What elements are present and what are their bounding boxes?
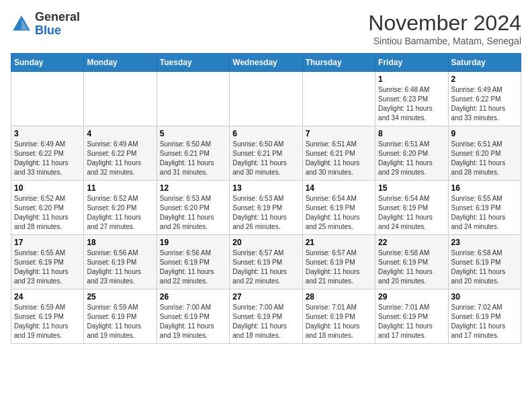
day-info: Sunrise: 6:58 AM Sunset: 6:19 PM Dayligh… — [378, 248, 445, 286]
week-row-2: 3Sunrise: 6:49 AM Sunset: 6:22 PM Daylig… — [11, 126, 521, 181]
day-number: 24 — [14, 292, 81, 302]
day-cell: 4Sunrise: 6:49 AM Sunset: 6:22 PM Daylig… — [84, 126, 157, 181]
day-info: Sunrise: 6:57 AM Sunset: 6:19 PM Dayligh… — [232, 248, 299, 286]
day-cell: 1Sunrise: 6:48 AM Sunset: 6:23 PM Daylig… — [375, 72, 448, 126]
day-cell: 27Sunrise: 7:00 AM Sunset: 6:19 PM Dayli… — [230, 289, 302, 344]
calendar-table: SundayMondayTuesdayWednesdayThursdayFrid… — [11, 53, 521, 344]
day-cell: 13Sunrise: 6:53 AM Sunset: 6:19 PM Dayli… — [230, 181, 302, 235]
day-cell: 19Sunrise: 6:56 AM Sunset: 6:19 PM Dayli… — [157, 235, 229, 289]
day-info: Sunrise: 6:58 AM Sunset: 6:19 PM Dayligh… — [451, 248, 518, 286]
day-info: Sunrise: 6:49 AM Sunset: 6:22 PM Dayligh… — [451, 85, 518, 123]
day-number: 25 — [87, 292, 153, 302]
weekday-header-tuesday: Tuesday — [157, 54, 229, 72]
day-info: Sunrise: 6:54 AM Sunset: 6:19 PM Dayligh… — [306, 194, 372, 232]
day-number: 27 — [232, 292, 299, 302]
day-number: 7 — [306, 129, 372, 138]
weekday-header-row: SundayMondayTuesdayWednesdayThursdayFrid… — [11, 54, 521, 72]
day-info: Sunrise: 6:56 AM Sunset: 6:19 PM Dayligh… — [87, 248, 153, 286]
day-cell: 3Sunrise: 6:49 AM Sunset: 6:22 PM Daylig… — [11, 126, 84, 181]
day-number: 26 — [160, 292, 226, 302]
logo-text: General Blue — [35, 11, 80, 38]
day-cell: 15Sunrise: 6:54 AM Sunset: 6:19 PM Dayli… — [375, 181, 448, 235]
day-info: Sunrise: 6:51 AM Sunset: 6:20 PM Dayligh… — [451, 140, 518, 177]
day-info: Sunrise: 6:56 AM Sunset: 6:19 PM Dayligh… — [160, 248, 226, 286]
day-cell: 20Sunrise: 6:57 AM Sunset: 6:19 PM Dayli… — [230, 235, 302, 289]
day-number: 4 — [87, 129, 153, 138]
day-cell: 28Sunrise: 7:01 AM Sunset: 6:19 PM Dayli… — [302, 289, 375, 344]
day-cell — [157, 72, 229, 126]
day-info: Sunrise: 6:53 AM Sunset: 6:19 PM Dayligh… — [232, 194, 299, 232]
day-cell: 10Sunrise: 6:52 AM Sunset: 6:20 PM Dayli… — [11, 181, 84, 235]
day-cell: 6Sunrise: 6:50 AM Sunset: 6:21 PM Daylig… — [230, 126, 302, 181]
day-info: Sunrise: 6:50 AM Sunset: 6:21 PM Dayligh… — [232, 140, 299, 177]
weekday-header-thursday: Thursday — [302, 54, 375, 72]
day-number: 10 — [14, 183, 81, 193]
day-cell: 25Sunrise: 6:59 AM Sunset: 6:19 PM Dayli… — [84, 289, 157, 344]
day-number: 13 — [232, 183, 299, 193]
day-number: 21 — [306, 238, 372, 247]
day-info: Sunrise: 7:02 AM Sunset: 6:19 PM Dayligh… — [451, 303, 518, 340]
day-number: 20 — [232, 238, 299, 247]
day-info: Sunrise: 7:00 AM Sunset: 6:19 PM Dayligh… — [160, 303, 226, 340]
day-cell: 21Sunrise: 6:57 AM Sunset: 6:19 PM Dayli… — [302, 235, 375, 289]
day-number: 9 — [451, 129, 518, 138]
day-info: Sunrise: 6:49 AM Sunset: 6:22 PM Dayligh… — [87, 140, 153, 177]
day-cell: 17Sunrise: 6:55 AM Sunset: 6:19 PM Dayli… — [11, 235, 84, 289]
day-number: 23 — [451, 238, 518, 247]
day-number: 17 — [14, 238, 81, 247]
day-cell: 29Sunrise: 7:01 AM Sunset: 6:19 PM Dayli… — [375, 289, 448, 344]
week-row-5: 24Sunrise: 6:59 AM Sunset: 6:19 PM Dayli… — [11, 289, 521, 344]
day-number: 12 — [160, 183, 226, 193]
day-number: 2 — [451, 75, 518, 84]
day-number: 29 — [378, 292, 445, 302]
day-info: Sunrise: 6:52 AM Sunset: 6:20 PM Dayligh… — [87, 194, 153, 232]
day-info: Sunrise: 7:01 AM Sunset: 6:19 PM Dayligh… — [306, 303, 372, 340]
day-cell — [230, 72, 302, 126]
svg-marker-1 — [21, 19, 28, 30]
day-number: 16 — [451, 183, 518, 193]
logo-icon — [11, 13, 32, 35]
day-cell — [11, 72, 84, 126]
day-info: Sunrise: 6:55 AM Sunset: 6:19 PM Dayligh… — [14, 248, 81, 286]
day-number: 22 — [378, 238, 445, 247]
day-info: Sunrise: 6:52 AM Sunset: 6:20 PM Dayligh… — [14, 194, 81, 232]
day-cell: 5Sunrise: 6:50 AM Sunset: 6:21 PM Daylig… — [157, 126, 229, 181]
day-number: 18 — [87, 238, 153, 247]
day-cell: 2Sunrise: 6:49 AM Sunset: 6:22 PM Daylig… — [448, 72, 521, 126]
page-header: General Blue November 2024 Sintiou Bamam… — [11, 11, 521, 46]
day-cell: 9Sunrise: 6:51 AM Sunset: 6:20 PM Daylig… — [448, 126, 521, 181]
day-info: Sunrise: 6:51 AM Sunset: 6:21 PM Dayligh… — [306, 140, 372, 177]
day-cell: 8Sunrise: 6:51 AM Sunset: 6:20 PM Daylig… — [375, 126, 448, 181]
day-info: Sunrise: 6:57 AM Sunset: 6:19 PM Dayligh… — [306, 248, 372, 286]
day-cell: 23Sunrise: 6:58 AM Sunset: 6:19 PM Dayli… — [448, 235, 521, 289]
day-number: 1 — [378, 75, 445, 84]
weekday-header-friday: Friday — [375, 54, 448, 72]
day-cell: 11Sunrise: 6:52 AM Sunset: 6:20 PM Dayli… — [84, 181, 157, 235]
day-number: 14 — [306, 183, 372, 193]
day-info: Sunrise: 7:00 AM Sunset: 6:19 PM Dayligh… — [232, 303, 299, 340]
logo: General Blue — [11, 11, 80, 38]
day-cell: 30Sunrise: 7:02 AM Sunset: 6:19 PM Dayli… — [448, 289, 521, 344]
day-number: 28 — [306, 292, 372, 302]
day-number: 30 — [451, 292, 518, 302]
day-number: 6 — [232, 129, 299, 138]
weekday-header-saturday: Saturday — [448, 54, 521, 72]
day-cell: 14Sunrise: 6:54 AM Sunset: 6:19 PM Dayli… — [302, 181, 375, 235]
title-area: November 2024 Sintiou Bamambe, Matam, Se… — [368, 11, 521, 46]
day-cell: 7Sunrise: 6:51 AM Sunset: 6:21 PM Daylig… — [302, 126, 375, 181]
day-info: Sunrise: 6:55 AM Sunset: 6:19 PM Dayligh… — [451, 194, 518, 232]
day-cell: 16Sunrise: 6:55 AM Sunset: 6:19 PM Dayli… — [448, 181, 521, 235]
day-info: Sunrise: 6:53 AM Sunset: 6:20 PM Dayligh… — [160, 194, 226, 232]
weekday-header-sunday: Sunday — [11, 54, 84, 72]
day-number: 15 — [378, 183, 445, 193]
day-number: 8 — [378, 129, 445, 138]
day-cell: 26Sunrise: 7:00 AM Sunset: 6:19 PM Dayli… — [157, 289, 229, 344]
day-info: Sunrise: 6:59 AM Sunset: 6:19 PM Dayligh… — [14, 303, 81, 340]
day-info: Sunrise: 6:48 AM Sunset: 6:23 PM Dayligh… — [378, 85, 445, 123]
day-info: Sunrise: 6:59 AM Sunset: 6:19 PM Dayligh… — [87, 303, 153, 340]
day-cell: 12Sunrise: 6:53 AM Sunset: 6:20 PM Dayli… — [157, 181, 229, 235]
day-info: Sunrise: 6:50 AM Sunset: 6:21 PM Dayligh… — [160, 140, 226, 177]
month-title: November 2024 — [368, 11, 521, 36]
day-number: 11 — [87, 183, 153, 193]
day-cell — [302, 72, 375, 126]
